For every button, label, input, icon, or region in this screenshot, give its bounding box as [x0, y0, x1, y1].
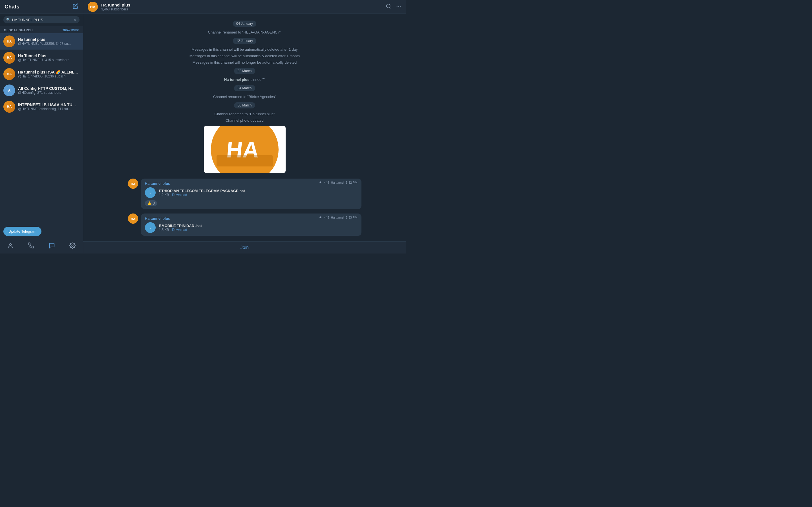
settings-icon[interactable] — [67, 241, 78, 251]
result-sub: @HATUNNELPLUS256, 3467 su... — [18, 42, 80, 46]
result-info: All Config HTTP CUSTOM, H... @HCconfig, … — [18, 86, 80, 95]
message-meta: 👁 445 Ha tunnel 5:33 PM — [319, 216, 357, 219]
chat-header: HA Ha tunnel plus 3,468 subscribers — [83, 0, 406, 14]
search-result-item[interactable]: A All Config HTTP CUSTOM, H... @HCconfig… — [0, 82, 83, 99]
views-count: 445 — [324, 216, 329, 219]
more-options-icon[interactable] — [396, 3, 402, 10]
clear-search-icon[interactable]: ✕ — [73, 17, 77, 22]
sidebar-bottom: Update Telegram — [0, 224, 83, 239]
sender-label: Ha tunnel — [331, 216, 344, 219]
join-button[interactable]: Join — [241, 245, 249, 250]
svg-point-0 — [9, 244, 11, 245]
system-message: Channel renamed to "HELA-GAIN-AGENCY" — [202, 30, 287, 34]
file-name: ETHIOPIAN TELECOM TELEGRAM PACKAGE.hat — [159, 189, 357, 193]
system-message: Channel renamed to "Ha tunnel plus" — [209, 112, 281, 116]
messages-area: 04 JanuaryChannel renamed to "HELA-GAIN-… — [83, 14, 406, 241]
file-info: BMOBILE TRINIDAD .hat 1.5 KB - Download — [159, 224, 357, 232]
chats-icon[interactable] — [47, 241, 57, 251]
reaction-badge[interactable]: 👍 3 — [145, 200, 157, 206]
system-message: Channel renamed to "Bitrixe Agencies" — [207, 95, 282, 99]
result-info: INTERNEETII BILISAA HA TU... @HATUNNELet… — [18, 103, 80, 111]
result-avatar: HA — [3, 101, 15, 113]
message-content: 👁 444 Ha tunnel 5:32 PM Ha tunnel plus ↓… — [141, 179, 361, 209]
system-message-bold: Ha tunnel plus pinned "" — [218, 77, 271, 82]
result-avatar: HA — [3, 36, 15, 47]
download-button[interactable]: ↓ — [145, 187, 156, 198]
search-input[interactable] — [12, 18, 71, 22]
header-actions — [386, 3, 402, 10]
search-header-icon[interactable] — [386, 3, 391, 10]
result-avatar: HA — [3, 52, 15, 64]
message-content: 👁 445 Ha tunnel 5:33 PM Ha tunnel plus ↓… — [141, 214, 361, 236]
result-info: Ha tunnel plus RSA 🌈 ALLNE... @Ha_tunnel… — [18, 70, 80, 78]
global-search-label: GLOBAL SEARCH — [4, 29, 33, 32]
date-separator: 30 March — [234, 102, 255, 108]
message-meta: 👁 444 Ha tunnel 5:32 PM — [319, 181, 357, 184]
system-message: Channel photo updated — [220, 118, 269, 122]
svg-text:HA: HA — [90, 5, 96, 9]
search-result-item[interactable]: HA Ha tunnel plus RSA 🌈 ALLNE... @Ha_tun… — [0, 66, 83, 82]
calls-icon[interactable] — [26, 241, 36, 251]
file-name: BMOBILE TRINIDAD .hat — [159, 224, 357, 228]
reaction-row: 👍 3 — [145, 200, 357, 206]
file-size: 1.5 KB - Download — [159, 228, 357, 232]
result-avatar: HA — [3, 68, 15, 80]
search-icon: 🔍 — [6, 18, 10, 22]
profile-icon[interactable] — [5, 241, 16, 251]
join-bar: Join — [83, 241, 406, 253]
result-sub: @HCconfig, 271 subscribers — [18, 91, 80, 95]
file-info: ETHIOPIAN TELECOM TELEGRAM PACKAGE.hat 1… — [159, 189, 357, 197]
search-result-item[interactable]: HA INTERNEETII BILISAA HA TU... @HATUNNE… — [0, 99, 83, 115]
sidebar-header: Chats — [0, 0, 83, 14]
svg-text:HA: HA — [131, 217, 135, 221]
compose-icon[interactable] — [73, 3, 79, 10]
result-sub: @HA_TUNNEL1, 415 subscribers — [18, 58, 80, 62]
system-message: Messages in this channel will be automat… — [186, 47, 303, 52]
svg-text:HA: HA — [131, 182, 135, 186]
download-link[interactable]: Download — [172, 228, 187, 232]
message-avatar: HA — [128, 214, 138, 224]
result-name: Ha tunnel plus RSA 🌈 ALLNE... — [18, 70, 80, 74]
channel-logo-circle: HA — [211, 126, 278, 173]
date-separator: 04 March — [234, 85, 255, 91]
file-row: ↓ BMOBILE TRINIDAD .hat 1.5 KB - Downloa… — [145, 222, 357, 233]
file-size: 1.2 KB - Download — [159, 193, 357, 197]
result-info: Ha Tunnel Plus @HA_TUNNEL1, 415 subscrib… — [18, 54, 80, 62]
channel-name: Ha tunnel plus — [101, 3, 382, 7]
channel-avatar: HA — [88, 2, 98, 12]
show-more-button[interactable]: show more — [62, 28, 79, 32]
search-input-wrapper[interactable]: 🔍 ✕ — [3, 16, 80, 23]
message-time: 5:32 PM — [346, 181, 357, 184]
reaction-count: 3 — [153, 201, 155, 205]
message-wrapper: HA 👁 445 Ha tunnel 5:33 PM Ha tunnel plu… — [123, 212, 366, 237]
search-result-item[interactable]: HA Ha Tunnel Plus @HA_TUNNEL1, 415 subsc… — [0, 50, 83, 66]
result-name: INTERNEETII BILISAA HA TU... — [18, 103, 80, 107]
search-bar: 🔍 ✕ — [0, 14, 83, 26]
result-info: Ha tunnel plus @HATUNNELPLUS256, 3467 su… — [18, 37, 80, 46]
update-telegram-button[interactable]: Update Telegram — [3, 227, 42, 236]
svg-point-5 — [397, 6, 398, 6]
channel-photo: HA — [204, 126, 286, 173]
date-separator: 02 March — [234, 68, 255, 74]
result-name: All Config HTTP CUSTOM, H... — [18, 86, 80, 91]
sidebar: Chats 🔍 ✕ GLOBAL SEARCH show more HA Ha … — [0, 0, 83, 253]
svg-point-1 — [72, 245, 73, 246]
result-name: Ha tunnel plus — [18, 37, 80, 42]
views-count: 444 — [324, 181, 329, 184]
search-result-item[interactable]: HA Ha tunnel plus @HATUNNELPLUS256, 3467… — [0, 33, 83, 50]
svg-point-6 — [398, 6, 399, 6]
download-button[interactable]: ↓ — [145, 222, 156, 233]
message-avatar: HA — [128, 179, 138, 189]
download-link[interactable]: Download — [172, 193, 187, 197]
reaction-emoji: 👍 — [147, 201, 152, 205]
svg-point-7 — [400, 6, 401, 6]
sender-label: Ha tunnel — [331, 181, 344, 184]
download-arrow-icon: ↓ — [149, 190, 151, 195]
channel-subscribers: 3,468 subscribers — [101, 7, 382, 11]
result-sub: @Ha_tunnel305, 18236 subscri... — [18, 74, 80, 78]
file-row: ↓ ETHIOPIAN TELECOM TELEGRAM PACKAGE.hat… — [145, 187, 357, 198]
views-icon: 👁 — [319, 216, 322, 219]
views-icon: 👁 — [319, 181, 322, 184]
message-wrapper: HA 👁 444 Ha tunnel 5:32 PM Ha tunnel plu… — [123, 177, 366, 210]
download-arrow-icon: ↓ — [149, 225, 151, 230]
